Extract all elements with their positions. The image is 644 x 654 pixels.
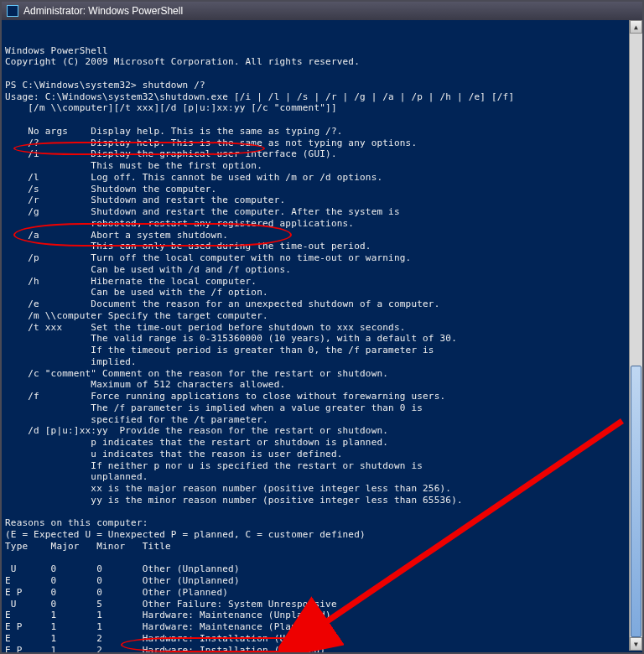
scroll-down-button[interactable]: ▼ xyxy=(630,637,642,651)
banner-line2: Copyright (C) 2009 Microsoft Corporation… xyxy=(5,56,360,67)
opt-h: /h Hibernate the local computer. xyxy=(5,276,257,287)
titlebar[interactable]: Administrator: Windows PowerShell xyxy=(2,2,642,20)
scroll-thumb[interactable] xyxy=(631,366,641,637)
opt-f: /f Force running applications to close w… xyxy=(5,391,445,402)
opt-i: /i Display the graphical user interface … xyxy=(5,148,337,159)
opt-f2: The /f parameter is implied when a value… xyxy=(5,402,423,413)
opt-m: /m \\computer Specify the target compute… xyxy=(5,310,268,321)
opt-e: /e Document the reason for an unexpected… xyxy=(5,298,440,309)
opt-d6: xx is the major reason number (positive … xyxy=(5,483,451,494)
usage-line2: [/m \\computer][/t xxx][/d [p|u:]xx:yy [… xyxy=(5,102,337,113)
opt-d5: unplanned. xyxy=(5,471,148,482)
opt-a2: This can only be used during the time-ou… xyxy=(5,241,371,252)
opt-h2: Can be used with the /f option. xyxy=(5,287,268,298)
opt-p2: Can be used with /d and /f options. xyxy=(5,264,291,275)
powershell-icon xyxy=(7,5,18,17)
opt-f3: specified for the /t parameter. xyxy=(5,414,268,425)
terminal[interactable]: Windows PowerShell Copyright (C) 2009 Mi… xyxy=(2,20,642,652)
usage-line1: Usage: C:\Windows\system32\shutdown.exe … xyxy=(5,91,514,102)
opt-t4: implied. xyxy=(5,356,137,367)
opt-i2: This must be the first option. xyxy=(5,160,262,171)
opt-s: /s Shutdown the computer. xyxy=(5,184,216,195)
scroll-track[interactable] xyxy=(630,34,642,637)
opt-a: /a Abort a system shutdown. xyxy=(5,230,228,241)
opt-t2: The valid range is 0-315360000 (10 years… xyxy=(5,333,457,344)
scrollbar[interactable]: ▲ ▼ xyxy=(629,20,642,651)
reasons-header3: Type Major Minor Title xyxy=(5,541,171,552)
window-title: Administrator: Windows PowerShell xyxy=(23,5,183,17)
reasons-header2: (E = Expected U = Unexpected P = planned… xyxy=(5,529,366,540)
opt-p: /p Turn off the local computer with no t… xyxy=(5,252,411,263)
opt-g: /g Shutdown and restart the computer. Af… xyxy=(5,206,400,217)
banner-line1: Windows PowerShell xyxy=(5,45,108,56)
opt-g2: rebooted, restart any registered applica… xyxy=(5,218,354,229)
opt-d7: yy is the minor reason number (positive … xyxy=(5,495,463,506)
opt-question: /? Display help. This is the same as not… xyxy=(5,138,417,148)
opt-t: /t xxx Set the time-out period before sh… xyxy=(5,322,406,333)
opt-d3: u indicates that the reason is user defi… xyxy=(5,449,343,459)
opt-t3: If the timeout period is greater than 0,… xyxy=(5,345,434,356)
scroll-up-button[interactable]: ▲ xyxy=(630,20,642,34)
terminal-content: Windows PowerShell Copyright (C) 2009 Mi… xyxy=(5,45,639,653)
reasons-header1: Reasons on this computer: xyxy=(5,517,148,528)
reasons-table: U 0 0 Other (Unplanned) E 0 0 Other (Unp… xyxy=(5,563,400,652)
opt-d2: p indicates that the restart or shutdown… xyxy=(5,437,388,448)
prompt-help: PS C:\Windows\system32> shutdown /? xyxy=(5,80,205,91)
opt-r: /r Shutdown and restart the computer. xyxy=(5,195,285,205)
opt-d: /d [p|u:]xx:yy Provide the reason for th… xyxy=(5,425,388,436)
opt-d4: If neither p nor u is specified the rest… xyxy=(5,460,423,471)
opt-noargs: No args Display help. This is the same a… xyxy=(5,126,343,137)
opt-c2: Maximum of 512 characters allowed. xyxy=(5,379,285,390)
powershell-window: Administrator: Windows PowerShell Window… xyxy=(0,0,644,654)
opt-c: /c "comment" Comment on the reason for t… xyxy=(5,368,388,379)
opt-l: /l Log off. This cannot be used with /m … xyxy=(5,172,382,183)
